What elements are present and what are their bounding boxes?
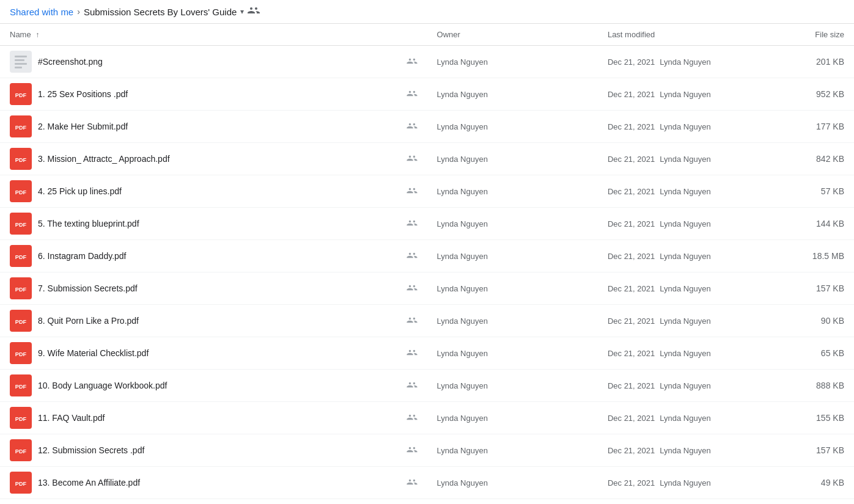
file-name-label: 5. The texting blueprint.pdf (38, 219, 400, 228)
column-header-size[interactable]: File size (768, 24, 854, 46)
file-size: 888 KB (768, 370, 854, 402)
file-name-label: 7. Submission Secrets.pdf (38, 283, 400, 293)
file-owner: Lynda Nguyen (427, 46, 598, 78)
modified-by: Lynda Nguyen (660, 478, 710, 488)
file-name-cell: PDF7. Submission Secrets.pdf (0, 272, 427, 305)
file-owner: Lynda Nguyen (427, 143, 598, 175)
file-modified: Dec 21, 2021Lynda Nguyen (598, 272, 768, 305)
modified-date: Dec 21, 2021 (608, 446, 655, 455)
table-row[interactable]: PDF14. Overcoming a Breakup.pdfLynda Ngu… (0, 499, 854, 505)
file-name-cell: PDF11. FAQ Vault.pdf (0, 402, 427, 434)
file-name-cell: PDF8. Quit Porn Like a Pro.pdf (0, 305, 427, 337)
table-row[interactable]: PDF3. Mission_ Attractc_ Approach.pdfLyn… (0, 143, 854, 175)
pdf-icon: PDF (10, 148, 32, 170)
table-row[interactable]: PDF9. Wife Material Checklist.pdfLynda N… (0, 337, 854, 370)
file-modified: Dec 21, 2021Lynda Nguyen (598, 175, 768, 208)
table-row[interactable]: PDF1. 25 Sex Positions .pdfLynda NguyenD… (0, 78, 854, 111)
file-size: 177 KB (768, 111, 854, 143)
file-size: 65 KB (768, 337, 854, 370)
file-modified: Dec 21, 2021Lynda Nguyen (598, 337, 768, 370)
file-name-cell: PDF12. Submission Secrets .pdf (0, 434, 427, 467)
breadcrumb-current-folder: Submission Secrets By Lovers' Guide ▾ (84, 7, 244, 17)
file-owner: Lynda Nguyen (427, 175, 598, 208)
svg-text:PDF: PDF (15, 448, 27, 455)
shared-folder-people-icon[interactable] (248, 6, 260, 17)
file-owner: Lynda Nguyen (427, 208, 598, 240)
file-name-label: 6. Instagram Daddy.pdf (38, 251, 400, 261)
breadcrumb-dropdown-icon[interactable]: ▾ (240, 7, 244, 16)
pdf-icon: PDF (10, 472, 32, 494)
file-name-label: 12. Submission Secrets .pdf (38, 445, 400, 455)
table-header-row: Name ↑ Owner Last modified File size (0, 24, 854, 46)
file-owner: Lynda Nguyen (427, 111, 598, 143)
svg-text:PDF: PDF (15, 319, 27, 325)
shared-icon (407, 89, 418, 99)
svg-text:PDF: PDF (15, 222, 27, 228)
file-size: 57 KB (768, 175, 854, 208)
shared-icon (407, 413, 418, 423)
modified-by: Lynda Nguyen (660, 381, 710, 390)
file-name-label: #Screenshot.png (38, 57, 400, 67)
table-row[interactable]: PDF8. Quit Porn Like a Pro.pdfLynda Nguy… (0, 305, 854, 337)
file-name-cell: #Screenshot.png (0, 46, 427, 78)
shared-icon (407, 283, 418, 293)
file-size: 49 KB (768, 467, 854, 499)
modified-by: Lynda Nguyen (660, 187, 710, 196)
breadcrumb: Shared with me › Submission Secrets By L… (0, 0, 854, 24)
table-row[interactable]: PDF4. 25 Pick up lines.pdfLynda NguyenDe… (0, 175, 854, 208)
file-owner: Lynda Nguyen (427, 305, 598, 337)
file-owner: Lynda Nguyen (427, 78, 598, 111)
pdf-icon: PDF (10, 439, 32, 461)
modified-by: Lynda Nguyen (660, 349, 710, 358)
table-row[interactable]: #Screenshot.pngLynda NguyenDec 21, 2021L… (0, 46, 854, 78)
modified-by: Lynda Nguyen (660, 414, 710, 423)
table-row[interactable]: PDF12. Submission Secrets .pdfLynda Nguy… (0, 434, 854, 467)
column-header-modified[interactable]: Last modified (598, 24, 768, 46)
file-size: 157 KB (768, 272, 854, 305)
table-row[interactable]: PDF6. Instagram Daddy.pdfLynda NguyenDec… (0, 240, 854, 272)
shared-icon (407, 445, 418, 455)
file-size: 952 KB (768, 78, 854, 111)
table-row[interactable]: PDF7. Submission Secrets.pdfLynda Nguyen… (0, 272, 854, 305)
file-owner: Lynda Nguyen (427, 434, 598, 467)
pdf-icon: PDF (10, 342, 32, 364)
table-row[interactable]: PDF5. The texting blueprint.pdfLynda Ngu… (0, 208, 854, 240)
modified-date: Dec 21, 2021 (608, 316, 655, 326)
file-table: Name ↑ Owner Last modified File size #Sc… (0, 24, 854, 504)
svg-text:PDF: PDF (15, 189, 27, 195)
table-row[interactable]: PDF13. Become An Affiliate.pdfLynda Nguy… (0, 467, 854, 499)
file-name-label: 3. Mission_ Attractc_ Approach.pdf (38, 154, 400, 164)
modified-date: Dec 21, 2021 (608, 57, 655, 67)
column-header-name[interactable]: Name ↑ (0, 24, 427, 46)
breadcrumb-chevron: › (77, 7, 80, 16)
file-name-cell: PDF14. Overcoming a Breakup.pdf (0, 499, 427, 505)
file-name-label: 11. FAQ Vault.pdf (38, 413, 400, 423)
file-modified: Dec 21, 2021Lynda Nguyen (598, 402, 768, 434)
pdf-icon: PDF (10, 83, 32, 105)
svg-text:PDF: PDF (15, 351, 27, 357)
file-name-cell: PDF1. 25 Sex Positions .pdf (0, 78, 427, 111)
file-modified: Dec 21, 2021Lynda Nguyen (598, 208, 768, 240)
file-name-label: 13. Become An Affiliate.pdf (38, 478, 400, 488)
modified-by: Lynda Nguyen (660, 122, 710, 131)
breadcrumb-shared-link[interactable]: Shared with me (10, 7, 73, 17)
table-row[interactable]: PDF10. Body Language Workbook.pdfLynda N… (0, 370, 854, 402)
modified-date: Dec 21, 2021 (608, 252, 655, 261)
table-row[interactable]: PDF11. FAQ Vault.pdfLynda NguyenDec 21, … (0, 402, 854, 434)
file-name-label: 4. 25 Pick up lines.pdf (38, 186, 400, 196)
file-modified: Dec 21, 2021Lynda Nguyen (598, 143, 768, 175)
file-name-label: 2. Make Her Submit.pdf (38, 122, 400, 131)
file-modified: Dec 21, 2021Lynda Nguyen (598, 240, 768, 272)
file-owner: Lynda Nguyen (427, 499, 598, 505)
file-name-cell: PDF3. Mission_ Attractc_ Approach.pdf (0, 143, 427, 175)
pdf-icon: PDF (10, 407, 32, 429)
table-row[interactable]: PDF2. Make Her Submit.pdfLynda NguyenDec… (0, 111, 854, 143)
modified-by: Lynda Nguyen (660, 57, 710, 67)
shared-icon (407, 186, 418, 196)
sort-icon: ↑ (35, 31, 39, 39)
file-owner: Lynda Nguyen (427, 370, 598, 402)
png-icon (10, 51, 32, 73)
column-header-owner[interactable]: Owner (427, 24, 598, 46)
file-modified: Dec 21, 2021Lynda Nguyen (598, 111, 768, 143)
pdf-icon: PDF (10, 374, 32, 396)
